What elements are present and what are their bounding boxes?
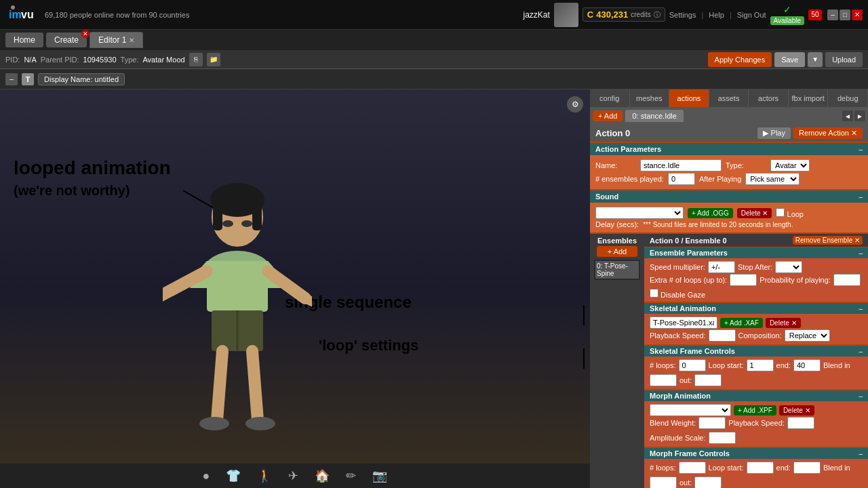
viewport-settings-button[interactable]: ⚙ [567,96,583,113]
ensemble-params-content: Speed multiplier: Stop After: Extra # of… [644,258,868,302]
delete-ogg-button[interactable]: Delete ✕ [737,208,772,218]
type-select[interactable]: Avatar [770,159,810,171]
create-button[interactable]: Create ✕ [46,33,87,47]
ensemble-list-item[interactable]: 0: T-Pose-Spine [595,261,639,279]
play-button[interactable]: ▶ Play [757,127,790,139]
delete-xaf-button[interactable]: Delete ✕ [766,318,801,328]
skeletal-loops-input[interactable] [679,359,706,371]
skeletal-blend-out-input[interactable] [694,374,722,386]
morph-start-input[interactable] [747,462,774,474]
signout-link[interactable]: Sign Out [737,11,766,19]
action-nav: ◄ ► [842,110,865,121]
toolbar-left: PID: N/A Parent PID: 10945930 Type: Avat… [5,53,703,66]
tab-debug[interactable]: debug [828,89,868,107]
disable-gaze-checkbox[interactable] [650,289,658,298]
circle-icon[interactable]: ● [203,469,210,483]
sound-content: + Add .OGG Delete ✕ Loop Delay (secs): *… [590,203,868,232]
speed-input[interactable] [708,261,735,273]
action-prev-button[interactable]: ◄ [842,110,853,121]
credits-info-icon[interactable]: ⓘ [654,10,660,20]
loop-checkbox[interactable] [776,208,785,217]
help-link[interactable]: Help [709,11,724,19]
add-action-button[interactable]: + Add [593,110,623,121]
skeletal-frame-collapse[interactable]: – [859,348,863,355]
tab-config[interactable]: config [590,89,630,107]
remove-ensemble-button[interactable]: Remove Ensemble ✕ [793,236,863,245]
morph-frame-collapse[interactable]: – [859,450,863,458]
skeletal-collapse[interactable]: – [859,305,863,312]
tab-meshes[interactable]: meshes [630,89,670,107]
playback-input[interactable] [709,329,736,342]
editor-tab-close-icon[interactable]: ✕ [129,37,134,44]
save-button[interactable]: Save [774,52,805,67]
copy-icon[interactable]: ⎘ [189,53,203,66]
annotation-loop-settings: 'loop' settings [319,337,418,354]
morph-blend-out-input[interactable] [694,476,722,488]
save-dropdown-button[interactable]: ▼ [808,52,823,67]
name-input[interactable] [640,159,722,171]
ensemble-params-collapse[interactable]: – [859,249,863,257]
morph-playback-input[interactable] [787,417,814,429]
composition-select[interactable]: Replace [785,329,830,342]
stop-after-select[interactable] [775,261,802,273]
tab-actors[interactable]: actors [749,89,789,107]
morph-loops-input[interactable] [679,462,706,474]
extra-loops-input[interactable] [730,274,757,286]
tab-actions[interactable]: actions [669,89,709,107]
apply-changes-button[interactable]: Apply Changes [708,52,772,67]
delete-xpf-button[interactable]: Delete ✕ [779,405,814,415]
parameters-collapse-button[interactable]: – [859,146,863,153]
shirt-icon[interactable]: 👕 [226,468,241,483]
display-toggle-button[interactable]: – [5,73,18,85]
credits-amount: 430,231 [596,9,628,20]
skeletal-start-input[interactable] [747,359,774,371]
home-button[interactable]: Home [5,33,43,47]
skeletal-blend-in-input[interactable] [650,374,677,386]
morph-blend-input[interactable] [698,417,726,429]
add-ensemble-button[interactable]: + Add [597,246,637,257]
home-icon[interactable]: 🏠 [315,468,330,483]
camera-icon[interactable]: 📷 [372,468,387,483]
sound-file-select[interactable] [595,207,684,219]
settings-link[interactable]: Settings [669,11,696,19]
maximize-button[interactable]: □ [840,9,850,20]
display-name-field: Display Name: untitled [38,73,125,85]
brush-icon[interactable]: ✏ [346,468,356,483]
remove-action-button[interactable]: Remove Action ✕ [793,127,863,139]
ensembles-played-input[interactable] [668,173,695,185]
add-xaf-button[interactable]: + Add .XAF [720,318,763,328]
svg-text:vu: vu [21,9,34,20]
close-button[interactable]: ✕ [852,9,863,20]
svg-rect-10 [207,261,268,312]
after-playing-select[interactable]: Pick same Ensemble [745,173,800,185]
action-next-button[interactable]: ► [854,110,865,121]
add-xpf-button[interactable]: + Add .XPF [734,405,776,415]
skeletal-content: + Add .XAF Delete ✕ Playback Speed: Comp… [644,314,868,344]
probability-input[interactable] [833,274,861,286]
imvu-logo: im vu [5,3,39,27]
morph-collapse[interactable]: – [859,392,863,400]
morph-amplitude-input[interactable] [709,432,736,444]
type-label: Type: [121,56,139,64]
avatar-thumbnail [554,3,578,27]
tab-fbx-import[interactable]: fbx import [789,89,829,107]
morph-blend-in-input[interactable] [650,476,677,488]
xaf-file-input[interactable] [650,317,717,329]
skeletal-end-input[interactable] [793,359,821,371]
action-tab[interactable]: 0: stance.Idle [625,110,683,122]
minimize-button[interactable]: – [827,9,838,20]
motion-icon[interactable]: ✈ [288,468,298,483]
add-ogg-button[interactable]: + Add .OGG [688,208,733,218]
folder-icon[interactable]: 📁 [207,53,220,66]
upload-button[interactable]: Upload [825,52,863,67]
skeletal-start-label: Loop start: [709,361,744,369]
editor-tab[interactable]: Editor 1 ✕ [90,32,143,48]
sound-collapse-button[interactable]: – [859,193,863,201]
tab-assets[interactable]: assets [709,89,749,107]
figure-icon[interactable]: 🚶 [257,468,272,483]
action-content: Action 0 ▶ Play Remove Action ✕ Action P… [590,125,868,488]
morph-end-input[interactable] [793,462,821,474]
display-t-button[interactable]: T [22,73,34,85]
svg-point-9 [241,220,252,227]
xpf-select[interactable] [650,404,731,416]
